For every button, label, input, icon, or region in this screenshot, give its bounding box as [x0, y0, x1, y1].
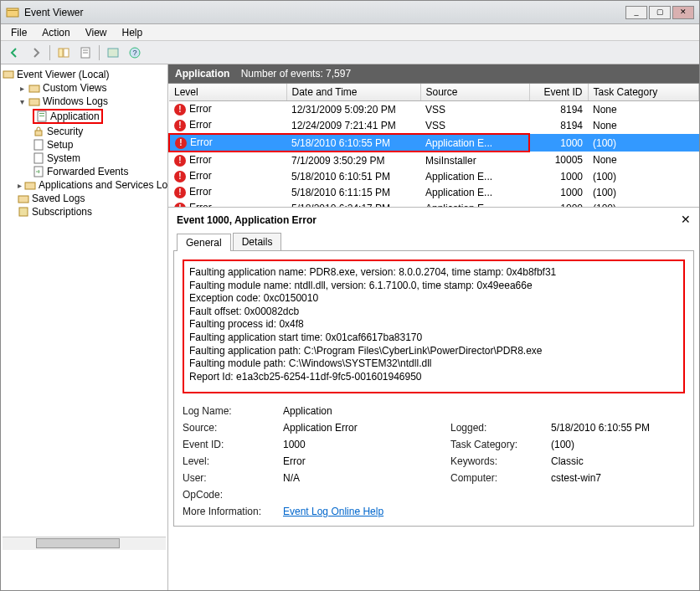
help-button[interactable]: ? [125, 44, 145, 62]
tree-custom-views[interactable]: ▸Custom Views [3, 81, 166, 95]
table-row[interactable]: !Error5/18/2010 6:10:51 PMApplication E.… [169, 168, 699, 184]
lbl-opcode: OpCode: [183, 489, 283, 501]
col-date[interactable]: Date and Time [286, 84, 420, 101]
svg-rect-3 [64, 49, 69, 57]
expand-icon[interactable]: ▾ [18, 97, 26, 106]
tree-apps-services[interactable]: ▸Applications and Services Logs [3, 178, 166, 192]
val-source: Application Error [283, 422, 450, 434]
tree-subscriptions[interactable]: Subscriptions [3, 205, 166, 218]
menu-file[interactable]: File [4, 25, 33, 40]
collapse-icon[interactable]: ▸ [18, 84, 26, 93]
error-icon: ! [174, 187, 186, 198]
tree-root[interactable]: Event Viewer (Local) [3, 68, 166, 81]
lbl-user: User: [183, 472, 283, 484]
tree-saved-logs[interactable]: Saved Logs [3, 192, 166, 205]
error-icon: ! [174, 104, 186, 116]
val-log-name: Application [283, 405, 450, 417]
svg-rect-1 [8, 10, 18, 11]
minimize-button[interactable]: _ [625, 6, 647, 19]
table-row[interactable]: !Error5/18/2010 6:24:17 PMApplication E1… [169, 200, 699, 208]
table-row[interactable]: !Error12/24/2009 7:21:41 PMVSS8194None [169, 117, 699, 134]
event-list[interactable]: Level Date and Time Source Event ID Task… [168, 84, 699, 208]
lbl-computer: Computer: [450, 472, 551, 484]
col-source[interactable]: Source [420, 84, 529, 101]
detail-pane: ✕ Event 1000, Application Error General … [168, 208, 699, 590]
col-level[interactable]: Level [169, 84, 286, 101]
close-button[interactable]: ✕ [672, 6, 694, 19]
tree-application[interactable]: Application [3, 108, 166, 125]
svg-rect-2 [59, 49, 63, 57]
header-count-label: Number of events: [241, 68, 323, 80]
error-icon: ! [174, 171, 186, 182]
content-header: Application Number of events: 7,597 [168, 64, 699, 84]
forward-button[interactable] [26, 44, 46, 62]
svg-rect-22 [19, 208, 28, 216]
table-row[interactable]: !Error7/1/2009 3:50:29 PMMsiInstaller100… [169, 152, 699, 168]
svg-rect-11 [29, 85, 39, 92]
properties-button[interactable] [75, 44, 95, 62]
table-row[interactable]: !Error12/31/2009 5:09:20 PMVSS8194None [169, 101, 699, 118]
menubar: File Action View Help [1, 24, 699, 41]
tab-general[interactable]: General [177, 234, 231, 251]
error-icon: ! [175, 137, 187, 149]
tree-system[interactable]: System [3, 152, 166, 165]
lbl-task-cat: Task Category: [450, 439, 551, 450]
val-computer: cstest-win7 [551, 472, 699, 484]
svg-rect-14 [39, 113, 44, 114]
lbl-logged: Logged: [450, 422, 551, 434]
error-icon: ! [174, 120, 186, 131]
collapse-icon[interactable]: ▸ [18, 181, 22, 190]
val-event-id: 1000 [283, 439, 450, 450]
toolbar: ? [1, 41, 699, 64]
tab-details[interactable]: Details [233, 233, 282, 250]
col-event-id[interactable]: Event ID [529, 84, 588, 101]
tree-forwarded[interactable]: Forwarded Events [3, 165, 166, 178]
svg-rect-12 [29, 99, 39, 105]
tree-windows-logs[interactable]: ▾Windows Logs [3, 95, 166, 108]
menu-help[interactable]: Help [116, 25, 150, 40]
val-keywords: Classic [551, 455, 699, 467]
menu-view[interactable]: View [79, 25, 114, 40]
titlebar[interactable]: Event Viewer _ ▢ ✕ [1, 1, 699, 24]
menu-action[interactable]: Action [35, 25, 76, 40]
svg-rect-20 [25, 182, 35, 189]
tree-setup[interactable]: Setup [3, 138, 166, 152]
link-online-help[interactable]: Event Log Online Help [283, 506, 383, 517]
back-button[interactable] [4, 44, 24, 62]
app-icon [6, 6, 19, 19]
lbl-event-id: Event ID: [183, 439, 283, 450]
svg-rect-0 [7, 8, 18, 17]
close-detail-icon[interactable]: ✕ [681, 213, 691, 226]
show-hide-button[interactable] [54, 44, 74, 62]
lbl-keywords: Keywords: [450, 455, 551, 467]
window-title: Event Viewer [24, 7, 625, 18]
val-logged: 5/18/2010 6:10:55 PM [551, 422, 699, 434]
table-row[interactable]: !Error5/18/2010 6:10:55 PMApplication E.… [169, 134, 699, 152]
val-task-cat: (100) [551, 439, 699, 450]
tree-h-scrollbar[interactable] [3, 537, 166, 550]
svg-rect-21 [18, 196, 28, 203]
lbl-more-info: More Information: [183, 506, 283, 517]
lbl-log-name: Log Name: [183, 405, 283, 417]
svg-rect-18 [34, 153, 43, 163]
svg-rect-10 [3, 71, 13, 78]
detail-heading: Event 1000, Application Error [173, 213, 694, 233]
error-icon: ! [174, 155, 186, 167]
svg-rect-15 [39, 116, 44, 116]
detail-description: Faulting application name: PDR8.exe, ver… [183, 260, 685, 393]
svg-rect-17 [34, 140, 43, 150]
table-row[interactable]: !Error5/18/2010 6:11:15 PMApplication E.… [169, 184, 699, 200]
tree-pane[interactable]: Event Viewer (Local) ▸Custom Views ▾Wind… [1, 64, 168, 590]
maximize-button[interactable]: ▢ [649, 6, 671, 19]
lbl-source: Source: [183, 422, 283, 434]
refresh-button[interactable] [103, 44, 123, 62]
svg-rect-7 [108, 49, 118, 57]
val-user: N/A [283, 472, 450, 484]
lbl-level: Level: [183, 455, 283, 467]
col-task[interactable]: Task Category [588, 84, 699, 101]
header-name: Application [175, 68, 229, 80]
tree-security[interactable]: Security [3, 125, 166, 138]
header-count: 7,597 [326, 68, 351, 80]
val-level: Error [283, 455, 450, 467]
svg-text:?: ? [132, 49, 136, 57]
